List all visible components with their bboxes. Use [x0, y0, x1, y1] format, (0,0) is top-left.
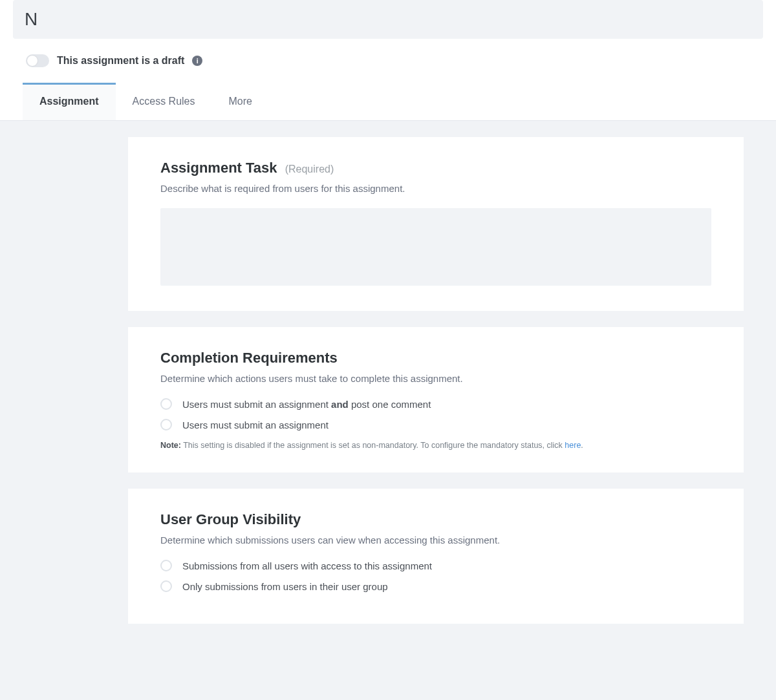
radio-icon — [160, 398, 172, 410]
radio-icon — [160, 419, 172, 430]
radio-icon — [160, 580, 172, 592]
tab-more[interactable]: More — [212, 83, 269, 120]
title-input[interactable] — [25, 9, 751, 30]
draft-row: This assignment is a draft i — [0, 39, 776, 83]
radio-icon — [160, 560, 172, 571]
draft-toggle[interactable] — [26, 54, 49, 67]
text-strong: and — [331, 399, 349, 410]
text: Users must submit an assignment — [182, 399, 331, 410]
assignment-task-textarea[interactable] — [160, 208, 711, 286]
content-area: Assignment Task (Required) Describe what… — [0, 121, 776, 700]
user-group-visibility-card: User Group Visibility Determine which su… — [128, 489, 744, 624]
visibility-title: User Group Visibility — [160, 511, 711, 528]
assignment-task-title: Assignment Task — [160, 160, 277, 176]
completion-option-2-label: Users must submit an assignment — [182, 419, 329, 430]
note-label: Note: — [160, 441, 181, 450]
title-bar — [13, 0, 763, 39]
assignment-task-desc: Describe what is required from users for… — [160, 183, 711, 194]
completion-desc: Determine which actions users must take … — [160, 373, 711, 384]
visibility-option-1[interactable]: Submissions from all users with access t… — [160, 560, 711, 571]
assignment-task-card: Assignment Task (Required) Describe what… — [128, 137, 744, 311]
tab-access-rules[interactable]: Access Rules — [116, 83, 212, 120]
completion-option-1[interactable]: Users must submit an assignment and post… — [160, 398, 711, 410]
info-icon[interactable]: i — [192, 56, 202, 66]
note-text: This setting is disabled if the assignme… — [181, 441, 565, 450]
visibility-option-2[interactable]: Only submissions from users in their use… — [160, 580, 711, 592]
completion-option-2[interactable]: Users must submit an assignment — [160, 419, 711, 430]
text: Users must submit an assignment — [182, 419, 329, 430]
note-link[interactable]: here — [565, 441, 581, 450]
tabs: Assignment Access Rules More — [0, 83, 776, 121]
completion-option-1-label: Users must submit an assignment and post… — [182, 399, 431, 410]
visibility-option-2-label: Only submissions from users in their use… — [182, 581, 388, 592]
completion-title: Completion Requirements — [160, 350, 711, 366]
completion-note: Note: This setting is disabled if the as… — [160, 441, 711, 450]
toggle-knob — [27, 56, 38, 66]
visibility-option-1-label: Submissions from all users with access t… — [182, 560, 432, 571]
required-tag: (Required) — [285, 164, 334, 175]
card-title: Assignment Task (Required) — [160, 160, 711, 176]
completion-requirements-card: Completion Requirements Determine which … — [128, 327, 744, 472]
tab-assignment[interactable]: Assignment — [23, 83, 116, 120]
draft-toggle-label: This assignment is a draft — [57, 55, 184, 67]
text: post one comment — [349, 399, 431, 410]
visibility-desc: Determine which submissions users can vi… — [160, 535, 711, 546]
